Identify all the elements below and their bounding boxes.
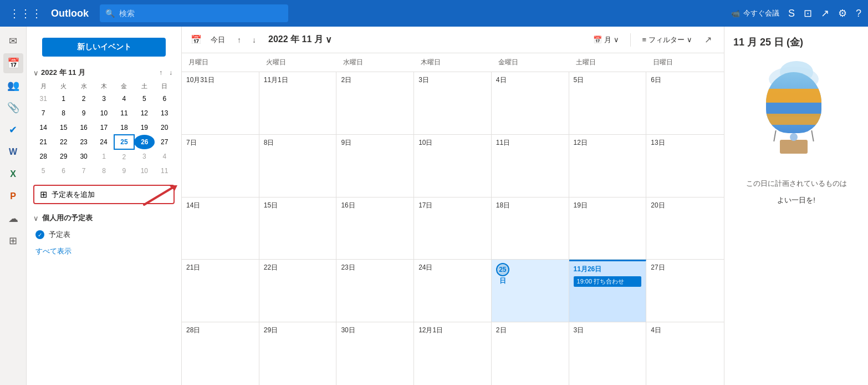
mini-cal-day[interactable]: 15	[53, 120, 73, 135]
calendar-cell[interactable]: 18日	[492, 197, 569, 260]
calendar-cell[interactable]: 12月1日	[414, 322, 492, 385]
mini-cal-day[interactable]: 25	[114, 135, 134, 149]
mini-cal-day[interactable]: 29	[53, 149, 73, 164]
teams-icon[interactable]: ⊡	[804, 7, 812, 19]
mini-cal-next-button[interactable]: ↓	[167, 68, 175, 78]
calendar-event[interactable]: 19:00 打ち合わせ	[574, 276, 642, 287]
sidebar-item-mail[interactable]: ✉	[3, 31, 23, 51]
mini-cal-day[interactable]: 28	[33, 149, 53, 164]
calendar-cell[interactable]: 16日	[336, 197, 414, 260]
calendar-cell[interactable]: 19日	[569, 197, 647, 260]
mini-cal-day[interactable]: 7	[74, 164, 94, 178]
mini-cal-day[interactable]: 1	[53, 92, 73, 106]
calendar-cell[interactable]: 24日	[414, 260, 492, 322]
calendar-cell[interactable]: 2日	[336, 72, 414, 134]
sidebar-item-people[interactable]: 👥	[3, 75, 23, 95]
calendar-cell[interactable]: 3日	[414, 72, 492, 134]
mini-cal-day[interactable]: 10	[94, 106, 114, 120]
mini-cal-day[interactable]: 30	[74, 149, 94, 164]
calendar-cell[interactable]: 15日	[259, 197, 337, 260]
help-icon[interactable]: ?	[856, 8, 861, 19]
calendar-cell[interactable]: 2日	[492, 322, 569, 385]
mini-cal-day[interactable]: 5	[33, 164, 53, 178]
calendar-cell[interactable]: 30日	[336, 322, 414, 385]
mini-cal-day[interactable]: 19	[134, 120, 154, 135]
show-all-link[interactable]: すべて表示	[33, 244, 175, 259]
share-icon[interactable]: ↗	[821, 7, 829, 19]
apps-launcher-icon[interactable]: ⋮⋮⋮	[7, 4, 44, 22]
mini-cal-day[interactable]: 7	[33, 106, 53, 120]
calendar-cell[interactable]: 10月31日	[182, 72, 259, 134]
mini-cal-day[interactable]: 16	[74, 120, 94, 135]
mini-cal-day[interactable]: 2	[114, 149, 134, 164]
sidebar-item-powerpoint[interactable]: P	[3, 186, 23, 206]
share-button[interactable]: ↗	[701, 32, 715, 47]
mini-cal-day[interactable]: 2	[74, 92, 94, 106]
mini-cal-day[interactable]: 12	[134, 106, 154, 120]
calendar-cell[interactable]: 7日	[182, 135, 259, 197]
mini-cal-day[interactable]: 13	[155, 106, 175, 120]
mini-cal-day[interactable]: 14	[33, 120, 53, 135]
calendar-cell[interactable]: 10日	[414, 135, 492, 197]
mini-cal-day[interactable]: 8	[94, 164, 114, 178]
sidebar-item-word[interactable]: W	[3, 142, 23, 162]
new-event-button[interactable]: 新しいイベント	[42, 38, 166, 57]
calendar-cell[interactable]: 4日	[646, 322, 724, 385]
sidebar-item-tasks[interactable]: ✔	[3, 120, 23, 140]
sidebar-item-calendar[interactable]: 📅	[3, 53, 23, 73]
mini-cal-day[interactable]: 6	[155, 92, 175, 106]
mini-cal-day[interactable]: 24	[94, 135, 114, 149]
calendar-cell[interactable]: 21日	[182, 260, 259, 322]
calendar-cell[interactable]: 13日	[646, 135, 724, 197]
calendar-cell[interactable]: 12日	[569, 135, 647, 197]
search-input[interactable]	[119, 9, 283, 18]
mini-cal-day[interactable]: 9	[74, 106, 94, 120]
calendar-cell[interactable]: 22日	[259, 260, 337, 322]
mini-cal-day[interactable]: 18	[114, 120, 134, 135]
calendar-cell[interactable]: 9日	[336, 135, 414, 197]
mini-cal-day[interactable]: 26	[134, 135, 154, 149]
mini-cal-collapse-icon[interactable]: ∨	[33, 69, 39, 77]
mini-cal-day[interactable]: 3	[134, 149, 154, 164]
mini-cal-day[interactable]: 10	[134, 164, 154, 178]
sidebar-item-excel[interactable]: X	[3, 164, 23, 184]
calendar-cell[interactable]: 14日	[182, 197, 259, 260]
calendar-cell[interactable]: 29日	[259, 322, 337, 385]
mini-cal-day[interactable]: 17	[94, 120, 114, 135]
settings-icon[interactable]: ⚙	[838, 7, 847, 19]
sidebar-item-cloud[interactable]: ☁	[3, 209, 23, 229]
calendar-cell[interactable]: 8日	[259, 135, 337, 197]
calendar-cell[interactable]: 11月1日	[259, 72, 337, 134]
mini-cal-day[interactable]: 31	[33, 92, 53, 106]
mini-cal-day[interactable]: 5	[134, 92, 154, 106]
month-picker-button[interactable]: 2022 年 11 月 ∨	[264, 32, 336, 48]
sidebar-item-attachments[interactable]: 📎	[3, 98, 23, 118]
view-selector-button[interactable]: 📅 月 ∨	[589, 33, 624, 47]
meet-now-button[interactable]: 📹 今すぐ会議	[731, 8, 779, 18]
calendar-cell[interactable]: 28日	[182, 322, 259, 385]
mini-cal-day[interactable]: 23	[74, 135, 94, 149]
mini-cal-day[interactable]: 6	[53, 164, 73, 178]
filter-button[interactable]: ≡ フィルター ∨	[637, 33, 697, 47]
mini-cal-prev-button[interactable]: ↑	[157, 68, 165, 78]
calendar-cell[interactable]: 17日	[414, 197, 492, 260]
calendar-cell[interactable]: 20日	[646, 197, 724, 260]
calendar-cell[interactable]: 11月26日19:00 打ち合わせ	[569, 260, 647, 322]
calendar-cell[interactable]: 11日	[492, 135, 569, 197]
prev-month-button[interactable]: ↑	[234, 33, 244, 47]
calendars-collapse-icon[interactable]: ∨	[33, 214, 39, 222]
mini-cal-day[interactable]: 22	[53, 135, 73, 149]
calendar-item-schedule[interactable]: ✓ 予定表	[33, 227, 175, 242]
calendar-cell[interactable]: 3日	[569, 322, 647, 385]
calendar-cell[interactable]: 23日	[336, 260, 414, 322]
mini-cal-day[interactable]: 21	[33, 135, 53, 149]
search-bar[interactable]: 🔍	[100, 4, 288, 22]
mini-cal-day[interactable]: 11	[114, 106, 134, 120]
today-button[interactable]: 今日	[206, 33, 229, 47]
calendar-cell[interactable]: 4日	[492, 72, 569, 134]
mini-cal-day[interactable]: 8	[53, 106, 73, 120]
mini-cal-day[interactable]: 3	[94, 92, 114, 106]
mini-cal-day[interactable]: 9	[114, 164, 134, 178]
skype-icon[interactable]: S	[788, 8, 795, 19]
mini-cal-day[interactable]: 4	[155, 149, 175, 164]
